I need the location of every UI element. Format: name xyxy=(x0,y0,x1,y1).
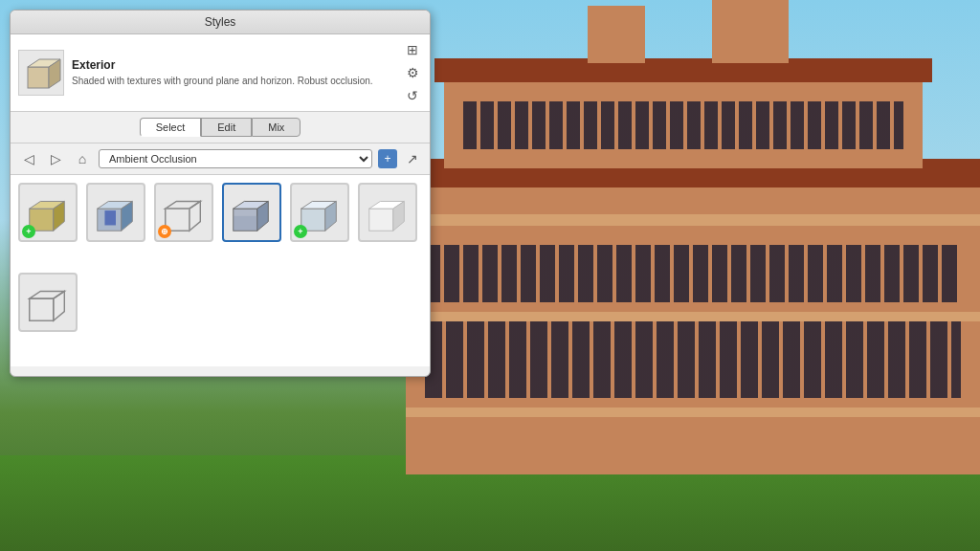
toolbar-row: ◁ ▷ ⌂ Ambient Occlusion + ↗ xyxy=(11,143,430,175)
style-preview-area: Exterior Shaded with textures with groun… xyxy=(11,34,430,112)
badge-5: + xyxy=(294,225,307,238)
refresh-icon[interactable]: ↺ xyxy=(403,86,422,105)
chimney2 xyxy=(588,6,645,63)
svg-rect-18 xyxy=(234,216,257,231)
tab-select[interactable]: Select xyxy=(140,118,202,137)
add-style-btn[interactable]: + xyxy=(378,149,397,168)
details-icon[interactable]: ⊞ xyxy=(403,40,422,59)
settings-icon[interactable]: ⚙ xyxy=(403,63,422,82)
tab-mix[interactable]: Mix xyxy=(252,118,301,137)
arrow-right-btn[interactable]: ▷ xyxy=(45,148,66,169)
styles-panel: Styles Exterior Shaded with textures wit… xyxy=(10,10,431,377)
badge-1: + xyxy=(22,225,35,238)
style-thumb-5[interactable]: + xyxy=(290,183,349,242)
style-info: Exterior Shaded with textures with groun… xyxy=(72,58,395,87)
export-btn[interactable]: ↗ xyxy=(403,149,422,168)
tab-edit[interactable]: Edit xyxy=(201,118,252,137)
band3 xyxy=(406,408,980,417)
chimney xyxy=(712,0,789,63)
tabs-row: Select Edit Mix xyxy=(11,112,430,143)
style-thumb-6[interactable] xyxy=(358,183,417,242)
svg-rect-9 xyxy=(104,210,116,225)
style-desc: Shaded with textures with ground plane a… xyxy=(72,75,395,87)
roof-upper xyxy=(434,58,932,82)
style-thumb-1[interactable]: + xyxy=(18,183,78,242)
svg-rect-22 xyxy=(369,209,393,231)
windows-row3 xyxy=(463,101,903,149)
band1 xyxy=(406,214,980,226)
style-thumbnail xyxy=(18,50,64,96)
svg-marker-12 xyxy=(189,201,201,231)
home-btn[interactable]: ⌂ xyxy=(72,148,93,169)
style-name: Exterior xyxy=(72,58,395,72)
svg-rect-0 xyxy=(28,67,49,88)
dropdown-container: Ambient Occlusion xyxy=(99,149,372,168)
badge-3: ⊕ xyxy=(158,225,171,238)
svg-marker-27 xyxy=(54,291,65,320)
category-dropdown[interactable]: Ambient Occlusion xyxy=(99,149,372,168)
style-thumb-2[interactable] xyxy=(86,183,145,242)
style-thumb-3[interactable]: ⊕ xyxy=(154,183,213,242)
arrow-left-btn[interactable]: ◁ xyxy=(18,148,39,169)
panel-title: Styles xyxy=(205,15,236,29)
band2 xyxy=(406,312,980,321)
thumbnail-grid: + ⊕ xyxy=(11,175,430,366)
svg-rect-25 xyxy=(30,298,54,320)
windows-row1 xyxy=(425,321,961,398)
windows-row2 xyxy=(425,245,961,302)
style-thumb-4[interactable] xyxy=(222,183,281,242)
panel-icons-right: ⊞ ⚙ ↺ xyxy=(403,40,422,105)
style-thumb-7[interactable] xyxy=(18,273,78,332)
panel-title-bar: Styles xyxy=(11,11,430,34)
